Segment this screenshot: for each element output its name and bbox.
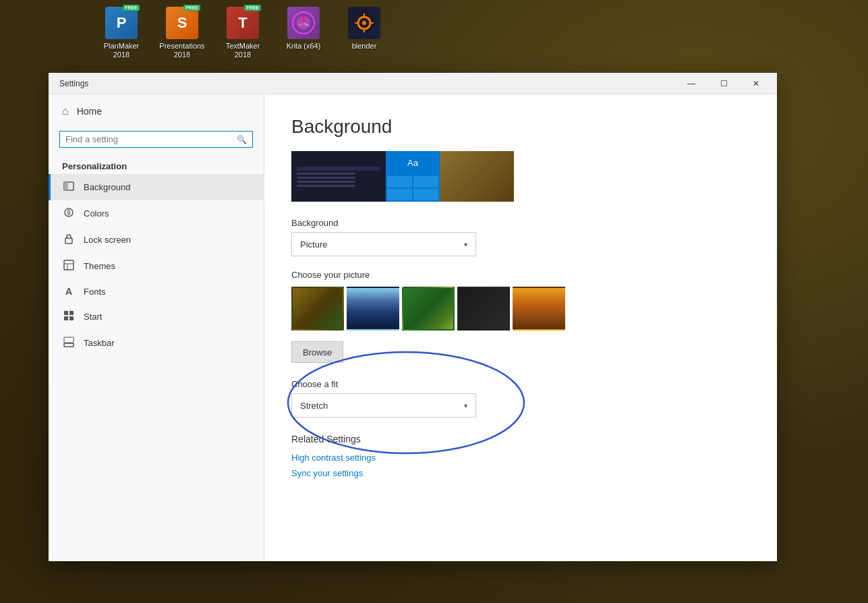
free-badge-textmaker: FREE: [244, 5, 261, 11]
fonts-icon: A: [62, 286, 76, 297]
krita-label: Krita (x64): [287, 42, 321, 51]
related-settings-title: Related Settings: [291, 434, 750, 444]
search-box[interactable]: 🔍: [59, 131, 253, 148]
picture-thumb-4[interactable]: [457, 287, 510, 331]
window-title: Settings: [59, 79, 88, 88]
choose-fit-label: Choose a fit: [291, 379, 750, 389]
choose-fit-section: Choose a fit Stretch ▾: [291, 379, 750, 418]
lockscreen-label: Lock screen: [84, 235, 131, 245]
preview-left-panel: [291, 151, 386, 202]
background-dropdown[interactable]: Picture ▾: [291, 232, 476, 256]
desktop-icon-planmaker[interactable]: P FREE PlanMaker2018: [94, 7, 148, 59]
sidebar: ⌂ Home 🔍 Personalization Background: [49, 94, 264, 561]
title-bar: Settings — ☐ ✕: [49, 73, 777, 94]
home-icon: ⌂: [62, 105, 69, 117]
picture-thumb-3[interactable]: [402, 287, 455, 331]
desktop-icon-krita[interactable]: Krita (x64): [277, 7, 330, 59]
svg-rect-12: [65, 238, 72, 243]
fonts-label: Fonts: [84, 287, 106, 297]
minimize-button[interactable]: —: [676, 73, 707, 94]
background-dropdown-value: Picture: [300, 239, 327, 250]
taskbar-label: Taskbar: [84, 338, 115, 348]
related-settings: Related Settings High contrast settings …: [291, 434, 750, 478]
svg-rect-14: [64, 311, 68, 315]
sync-settings-link[interactable]: Sync your settings: [291, 468, 750, 478]
desktop-icon-presentations[interactable]: S FREE Presentations2018: [155, 7, 209, 59]
start-icon: [62, 310, 76, 323]
window-body: ⌂ Home 🔍 Personalization Background: [49, 94, 777, 561]
chevron-down-icon: ▾: [464, 241, 467, 248]
themes-icon: [62, 260, 76, 272]
search-input[interactable]: [65, 134, 237, 144]
personalization-section-label: Personalization: [49, 156, 264, 174]
sidebar-item-background[interactable]: Background: [49, 174, 264, 200]
background-label: Background: [84, 182, 130, 192]
svg-rect-16: [64, 316, 68, 320]
krita-icon: [287, 7, 320, 39]
presentations-icon: S FREE: [166, 7, 198, 39]
preview-aa-label: Aa: [386, 151, 440, 175]
svg-point-4: [362, 21, 366, 25]
preview-tile-4: [413, 189, 438, 200]
page-title: Background: [291, 116, 750, 138]
close-button[interactable]: ✕: [741, 73, 772, 94]
free-badge: FREE: [123, 5, 140, 11]
blender-label: blender: [352, 42, 377, 51]
themes-label: Themes: [84, 261, 115, 271]
sidebar-item-taskbar[interactable]: Taskbar: [49, 330, 264, 356]
svg-rect-18: [64, 343, 74, 347]
preview-tiles: [386, 175, 440, 202]
sidebar-item-lockscreen[interactable]: Lock screen: [49, 227, 264, 253]
preview-menu-item-1: [297, 173, 355, 175]
colors-label: Colors: [84, 208, 109, 219]
background-field-label: Background: [291, 218, 750, 228]
picture-grid: [291, 287, 750, 331]
start-label: Start: [84, 312, 102, 322]
sidebar-item-start[interactable]: Start: [49, 304, 264, 330]
lockscreen-icon: [62, 233, 76, 246]
fit-dropdown[interactable]: Stretch ▾: [291, 393, 476, 418]
preview-center-panel: Aa: [386, 151, 440, 202]
choose-picture-label: Choose your picture: [291, 270, 750, 280]
desktop-icon-blender[interactable]: blender: [337, 7, 391, 59]
picture-thumb-5[interactable]: [513, 287, 565, 331]
preview-menu-bar: [297, 167, 380, 171]
desktop-preview: Aa: [291, 151, 514, 202]
sidebar-item-colors[interactable]: Colors: [49, 200, 264, 227]
search-icon: 🔍: [237, 135, 247, 144]
svg-rect-13: [64, 260, 74, 270]
settings-window: Settings — ☐ ✕ ⌂ Home 🔍 Personalization: [49, 73, 777, 561]
free-badge-presentations: FREE: [183, 5, 200, 11]
taskbar-icon: [62, 337, 76, 349]
picture-thumb-1[interactable]: [291, 287, 344, 331]
preview-right-wallpaper: [440, 151, 514, 202]
textmaker-label: TextMaker2018: [226, 42, 260, 59]
preview-tile-1: [387, 176, 412, 188]
browse-button[interactable]: Browse: [291, 341, 343, 363]
maximize-button[interactable]: ☐: [708, 73, 739, 94]
fit-dropdown-value: Stretch: [300, 401, 328, 411]
window-controls: — ☐ ✕: [676, 73, 772, 94]
preview-menu-item-3: [297, 181, 355, 183]
sidebar-item-home[interactable]: ⌂ Home: [49, 94, 264, 128]
planmaker-icon: P FREE: [105, 7, 138, 39]
preview-menu-item-2: [297, 177, 355, 179]
high-contrast-link[interactable]: High contrast settings: [291, 453, 750, 463]
blender-icon: [348, 7, 380, 39]
background-icon: [62, 181, 76, 194]
sidebar-item-themes[interactable]: Themes: [49, 253, 264, 279]
textmaker-icon: T FREE: [227, 7, 259, 39]
picture-thumb-2[interactable]: [347, 287, 399, 331]
colors-icon: [62, 207, 76, 220]
main-content: Background Aa: [264, 94, 777, 561]
svg-rect-17: [69, 316, 74, 320]
preview-menu-item-4: [297, 185, 355, 187]
svg-rect-10: [64, 182, 68, 190]
desktop-icon-textmaker[interactable]: T FREE TextMaker2018: [216, 7, 270, 59]
svg-rect-19: [64, 337, 74, 343]
sidebar-item-fonts[interactable]: A Fonts: [49, 279, 264, 304]
desktop-icon-bar: P FREE PlanMaker2018 S FREE Presentation…: [88, 0, 398, 66]
planmaker-label: PlanMaker2018: [104, 42, 140, 59]
presentations-label: Presentations2018: [159, 42, 204, 59]
svg-rect-15: [69, 311, 74, 315]
